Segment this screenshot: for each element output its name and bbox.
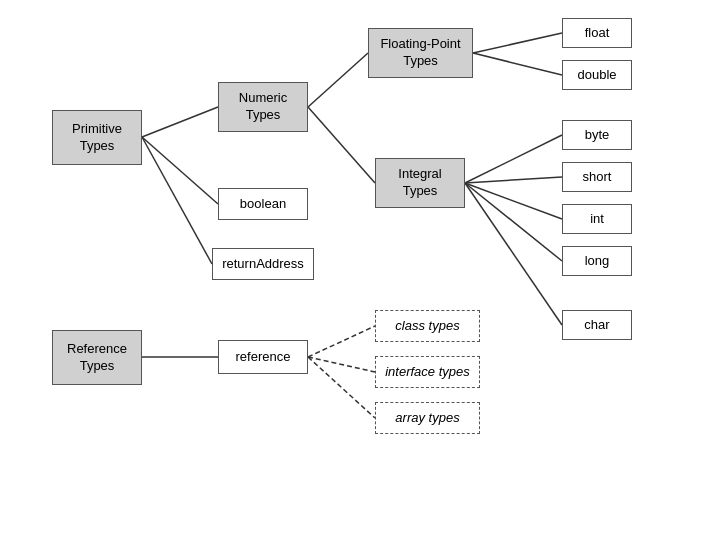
float-node: float [562, 18, 632, 48]
boolean-node: boolean [218, 188, 308, 220]
svg-line-1 [142, 137, 218, 204]
return-address-node: returnAddress [212, 248, 314, 280]
interface-types-node: interface types [375, 356, 480, 388]
diagram: Primitive Types Numeric Types boolean re… [0, 0, 720, 540]
svg-line-8 [465, 177, 562, 183]
svg-line-15 [308, 357, 375, 418]
svg-line-4 [308, 107, 375, 183]
svg-line-0 [142, 107, 218, 137]
double-node: double [562, 60, 632, 90]
array-types-node: array types [375, 402, 480, 434]
svg-line-11 [465, 183, 562, 325]
floating-point-types-node: Floating-Point Types [368, 28, 473, 78]
svg-line-5 [473, 33, 562, 53]
svg-line-3 [308, 53, 368, 107]
reference-node: reference [218, 340, 308, 374]
integral-types-node: Integral Types [375, 158, 465, 208]
int-node: int [562, 204, 632, 234]
long-node: long [562, 246, 632, 276]
svg-line-6 [473, 53, 562, 75]
numeric-types-node: Numeric Types [218, 82, 308, 132]
short-node: short [562, 162, 632, 192]
svg-line-2 [142, 137, 212, 264]
char-node: char [562, 310, 632, 340]
svg-line-14 [308, 357, 375, 372]
svg-line-10 [465, 183, 562, 261]
primitive-types-node: Primitive Types [52, 110, 142, 165]
class-types-node: class types [375, 310, 480, 342]
byte-node: byte [562, 120, 632, 150]
reference-types-node: Reference Types [52, 330, 142, 385]
svg-line-13 [308, 326, 375, 357]
svg-line-7 [465, 135, 562, 183]
svg-line-9 [465, 183, 562, 219]
